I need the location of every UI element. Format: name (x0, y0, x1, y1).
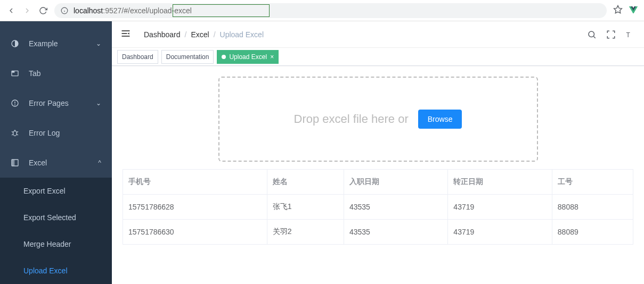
topbar-actions: T (586, 29, 635, 40)
back-icon[interactable] (6, 6, 16, 15)
sidebar-sub-label: Export Excel (23, 187, 66, 195)
sidebar-sub-label: Export Selected (23, 213, 76, 222)
table-cell: 15751786628 (123, 195, 267, 220)
url-path: /#/excel/upload-excel (121, 6, 192, 15)
tag-label: Documentation (166, 53, 209, 61)
sidebar-item-example[interactable]: Example ⌄ (0, 29, 112, 59)
breadcrumb: Dashboard / Excel / Upload Excel (144, 30, 264, 39)
sidebar-sub-merge-header[interactable]: Merge Header (0, 231, 112, 257)
url-host: localhost (74, 6, 103, 15)
sidebar-item-tab[interactable]: Tab (0, 59, 112, 88)
table-header: 转正日期 (448, 170, 552, 195)
reload-icon[interactable] (38, 6, 48, 15)
error-icon (11, 99, 21, 107)
sidebar-sub-export-selected[interactable]: Export Selected (0, 204, 112, 231)
breadcrumb-item-current: Upload Excel (220, 30, 264, 39)
sidebar-item-excel[interactable]: Excel ^ (0, 148, 112, 178)
topbar: Dashboard / Excel / Upload Excel T (112, 21, 644, 48)
tag-label: Upload Excel (229, 53, 267, 61)
table-cell: 88089 (552, 220, 633, 245)
sidebar-item-label: Error Pages (29, 99, 69, 107)
fullscreen-icon[interactable] (606, 29, 616, 40)
table-cell: 43535 (344, 195, 447, 220)
chevron-down-icon: ⌄ (96, 40, 101, 47)
table-row: 15751786630 关羽2 43535 43719 88089 (123, 220, 633, 245)
table-cell: 43719 (448, 195, 552, 220)
tags-view: Dashboard Documentation Upload Excel × (112, 48, 644, 66)
breadcrumb-separator: / (185, 30, 187, 39)
svg-line-22 (593, 36, 595, 38)
table-row: 15751786628 张飞1 43535 43719 88088 (123, 195, 633, 220)
table-header: 手机号 (123, 170, 267, 195)
svg-rect-6 (12, 71, 14, 72)
table-cell: 43535 (344, 220, 447, 245)
breadcrumb-item[interactable]: Excel (191, 30, 209, 39)
sidebar-item-error-pages[interactable]: Error Pages ⌄ (0, 88, 112, 118)
table-header: 工号 (552, 170, 633, 195)
svg-line-12 (17, 131, 18, 132)
svg-line-13 (12, 135, 13, 135)
sidebar-item-label: Example (29, 39, 58, 48)
svg-marker-3 (614, 6, 622, 13)
breadcrumb-separator: / (214, 30, 216, 39)
sidebar-item-label: Tab (29, 69, 41, 78)
tag-dashboard[interactable]: Dashboard (117, 50, 158, 64)
table-header: 入职日期 (344, 170, 447, 195)
sidebar-sub-export-excel[interactable]: Export Excel (0, 178, 112, 204)
site-info-icon[interactable] (61, 6, 69, 15)
table-cell: 43719 (448, 220, 552, 245)
hamburger-icon[interactable] (120, 28, 133, 40)
svg-point-21 (589, 31, 594, 37)
browse-button[interactable]: Browse (418, 110, 462, 129)
svg-line-11 (12, 131, 13, 132)
svg-point-9 (15, 105, 15, 105)
tab-icon (11, 69, 21, 78)
tag-label: Dashboard (122, 53, 153, 61)
font-size-icon[interactable]: T (625, 29, 635, 40)
svg-rect-17 (12, 160, 14, 166)
url-bar[interactable]: localhost:9527/#/excel/upload-excel (54, 3, 607, 18)
chevron-down-icon: ⌄ (96, 99, 101, 107)
table-cell: 15751786630 (123, 220, 267, 245)
app-shell: Example ⌄ Tab Error Pages ⌄ Error Log (0, 21, 644, 284)
svg-line-14 (17, 135, 18, 135)
close-icon[interactable]: × (270, 53, 274, 61)
table-cell: 张飞1 (267, 195, 344, 220)
tag-upload-excel[interactable]: Upload Excel × (217, 50, 279, 64)
chevron-up-icon: ^ (98, 159, 101, 166)
forward-icon[interactable] (22, 6, 32, 15)
bug-icon (11, 129, 21, 137)
sidebar-sub-upload-excel[interactable]: Upload Excel (0, 257, 112, 284)
breadcrumb-item[interactable]: Dashboard (144, 30, 181, 39)
sidebar-sub-label: Merge Header (23, 240, 71, 248)
table-cell: 88088 (552, 195, 633, 220)
sidebar-sub-label: Upload Excel (23, 266, 68, 275)
browser-chrome-bar: localhost:9527/#/excel/upload-excel (0, 0, 644, 21)
main-content: Dashboard / Excel / Upload Excel T (112, 21, 644, 284)
svg-text:T: T (626, 31, 631, 38)
svg-point-10 (13, 131, 17, 136)
table-header-row: 手机号 姓名 入职日期 转正日期 工号 (123, 170, 633, 195)
sidebar-item-error-log[interactable]: Error Log (0, 118, 112, 148)
sidebar: Example ⌄ Tab Error Pages ⌄ Error Log (0, 21, 112, 284)
excel-icon (11, 158, 21, 167)
table-header: 姓名 (267, 170, 344, 195)
page-content: Drop excel file here or Browse 手机号 姓名 入职… (112, 66, 644, 284)
bookmark-star-icon[interactable] (613, 5, 623, 16)
vue-extension-icon[interactable] (629, 6, 638, 15)
excel-table: 手机号 姓名 入职日期 转正日期 工号 15751786628 张飞1 4353… (123, 169, 633, 245)
search-icon[interactable] (586, 29, 597, 40)
excel-dropzone[interactable]: Drop excel file here or Browse (218, 77, 538, 162)
sidebar-item-label: Error Log (29, 129, 60, 137)
example-icon (11, 39, 21, 48)
table-cell: 关羽2 (267, 220, 344, 245)
sidebar-item-label: Excel (29, 158, 47, 167)
dropzone-text: Drop excel file here or (294, 112, 409, 126)
url-port: :9527 (103, 6, 121, 15)
tag-documentation[interactable]: Documentation (161, 50, 214, 64)
